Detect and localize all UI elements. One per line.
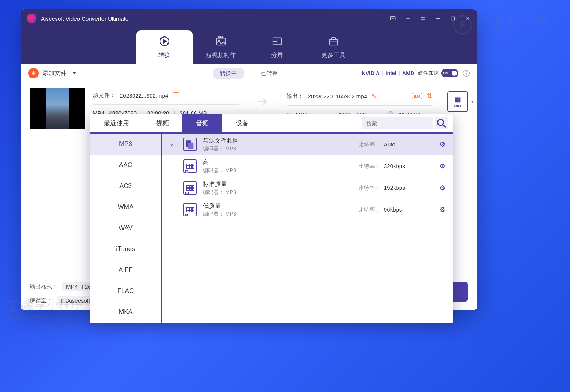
hw-nvidia: NVIDIA [362,70,380,76]
format-item-ac3[interactable]: AC3 [90,176,161,197]
svg-marker-16 [163,39,167,43]
profile-standard[interactable]: ✓ M 标准质量 编码器： MP3 比特率：192kbps ⚙ [162,177,453,199]
convert-icon [158,35,171,48]
svg-rect-31 [188,143,193,149]
format-popup: 最近使用 视频 音频 设备 MP3 AAC AC3 WMA WAV iTunes… [90,114,453,323]
save-to-label: 保存至： [30,297,52,304]
format-item-flac[interactable]: FLAC [90,281,161,302]
tab-moretools[interactable]: 更多工具 [305,30,362,64]
tab-split[interactable]: 分屏 [249,30,305,64]
output-file-label: 输出： [287,93,303,100]
svg-point-22 [222,37,223,38]
source-info-icon[interactable]: i [173,92,179,99]
profile-icon [183,138,197,151]
svg-point-3 [394,18,394,19]
hw-accel-toggle[interactable]: ON [441,69,458,77]
app-logo [27,14,36,23]
output-format-button[interactable]: ▦ MP4 ▾ [447,91,468,112]
svg-point-28 [437,119,443,125]
profile-high[interactable]: ✓ H 高 编码器： MP3 比特率：320kbps ⚙ [162,155,453,177]
split-icon [271,35,283,48]
format-item-itunes[interactable]: iTunes [90,239,161,260]
tune-icon[interactable]: ⇅ [427,92,432,100]
profile-settings-icon[interactable]: ⚙ [439,162,445,170]
popup-tab-device[interactable]: 设备 [222,114,262,132]
check-icon: ✓ [170,140,177,149]
svg-point-8 [421,17,422,18]
chevron-down-icon: ▾ [471,99,473,104]
format-item-mka[interactable]: MKA [90,302,161,323]
svg-point-10 [423,19,424,20]
svg-rect-17 [216,38,225,45]
plus-icon: + [28,68,39,78]
profile-settings-icon[interactable]: ⚙ [439,206,445,214]
format-search-input[interactable] [362,117,433,129]
tab-shortvideo-label: 短视频制作 [206,51,236,59]
profile-settings-icon[interactable]: ⚙ [439,184,445,192]
titlebar: Aiseesoft Video Converter Ultimate [21,9,477,27]
hw-accel-label: 硬件加速 [418,70,439,77]
minimize-icon[interactable] [434,15,441,22]
output-file-name: 20230220_165902.mp4 [308,93,367,99]
profile-icon: H [183,159,197,173]
add-file-button[interactable]: + 添加文件 [28,68,76,78]
tab-split-label: 分屏 [271,51,283,59]
chevron-down-icon [72,72,76,74]
profile-icon: L [183,203,197,216]
source-file-name: 2023022...902.mp4 [120,92,168,99]
profile-same-as-source[interactable]: ✓ 与源文件相同 编码器： MP3 比特率：Auto ⚙ [162,134,453,155]
toolbar: + 添加文件 转换中 已转换 NVIDIA | Intel | AMD 硬件加速… [21,64,477,82]
svg-point-1 [392,18,392,19]
output-format-label: 输出格式： [30,283,58,290]
watermark-text: 趣享小程序qx.oovc.cc [495,14,547,35]
audio-format-list: MP3 AAC AC3 WMA WAV iTunes AIFF FLAC MKA [90,134,162,323]
format-item-aiff[interactable]: AIFF [90,260,161,281]
hw-intel: Intel [386,70,397,76]
settings-icon[interactable] [419,15,426,22]
profile-icon: M [183,181,197,195]
tab-shortvideo[interactable]: 短视频制作 [193,30,249,64]
source-file-label: 源文件： [93,92,115,99]
status-converted[interactable]: 已转换 [253,68,285,79]
popup-tab-audio[interactable]: 音频 [182,114,222,132]
tab-convert-label: 转换 [158,51,170,59]
svg-point-2 [392,18,393,19]
hw-amd: AMD [402,70,414,76]
popup-tabs: 最近使用 视频 音频 设备 [90,114,453,134]
header-nav: 转换 短视频制作 分屏 更多工具 [21,27,477,64]
watermark-logo: F [4,300,23,320]
toolbox-icon [327,35,340,48]
profile-low[interactable]: ✓ L 低质量 编码器： MP3 比特率：96kbps ⚙ [162,199,453,221]
app-title: Aiseesoft Video Converter Ultimate [41,15,128,22]
id3-icon[interactable]: ID3 [412,93,422,99]
status-converting[interactable]: 转换中 [213,68,244,79]
tab-moretools-label: 更多工具 [321,51,345,59]
add-file-label: 添加文件 [42,69,66,77]
format-item-wma[interactable]: WMA [90,197,161,218]
video-thumbnail[interactable] [30,88,85,129]
save-to-value[interactable]: F:\Aiseesoft [57,296,94,305]
format-item-wav[interactable]: WAV [90,218,161,239]
shortvideo-icon [214,35,227,48]
search-button[interactable] [435,117,448,129]
edit-output-icon[interactable]: ✎ [372,93,377,99]
profile-list: ✓ 与源文件相同 编码器： MP3 比特率：Auto ⚙ ✓ H 高 编码器： … [162,134,453,323]
help-icon[interactable]: ? [463,70,470,77]
format-item-aac[interactable]: AAC [90,155,161,176]
film-icon: ▦ [455,95,461,104]
popup-tab-recent[interactable]: 最近使用 [90,114,143,132]
format-item-mp3[interactable]: MP3 [90,134,161,155]
menu-icon[interactable] [404,15,411,22]
popup-tab-video[interactable]: 视频 [143,114,182,132]
watermark-logo: F [453,15,472,35]
svg-point-21 [219,37,220,38]
feedback-icon[interactable] [389,15,396,22]
profile-settings-icon[interactable]: ⚙ [439,140,445,149]
tab-convert[interactable]: 转换 [136,30,193,64]
svg-line-29 [443,125,446,128]
